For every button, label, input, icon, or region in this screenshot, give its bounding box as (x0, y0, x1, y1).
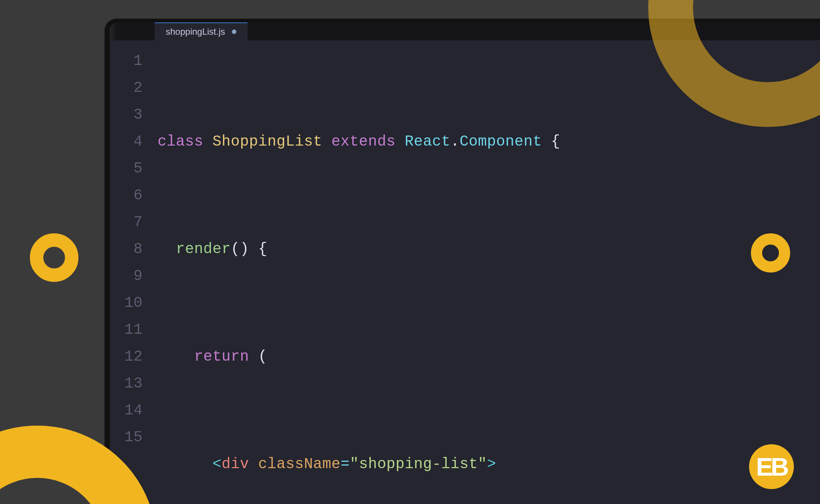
line-number: 2 (110, 75, 143, 102)
line-number: 14 (110, 397, 143, 424)
line-number: 6 (110, 182, 143, 209)
brand-logo-badge: EB (749, 444, 794, 489)
tab-bar: shoppingList.js (110, 22, 820, 40)
line-number: 3 (110, 102, 143, 128)
tab-filename: shoppingList.js (166, 27, 225, 37)
unsaved-dot-icon (232, 29, 236, 34)
line-number: 10 (110, 290, 143, 317)
line-number: 13 (110, 370, 143, 397)
code-editor[interactable]: 1 2 3 4 5 6 7 8 9 10 11 12 13 14 15 clas… (110, 40, 820, 504)
code-line: return ( (158, 343, 820, 370)
code-line: class ShoppingList extends React.Compone… (158, 128, 820, 155)
line-number: 1 (110, 48, 143, 75)
line-number: 7 (110, 209, 143, 236)
code-line: render() { (158, 236, 820, 263)
brand-logo-text: EB (756, 452, 787, 481)
tab-active[interactable]: shoppingList.js (155, 22, 248, 40)
line-number: 15 (110, 424, 143, 451)
code-area[interactable]: class ShoppingList extends React.Compone… (154, 40, 820, 504)
decor-ring-small-left (30, 233, 78, 282)
line-number: 5 (110, 155, 143, 182)
line-number: 9 (110, 263, 143, 290)
code-line: <div className="shopping-list"> (158, 451, 820, 478)
line-number: 12 (110, 343, 143, 370)
line-number: 4 (110, 128, 143, 155)
editor-window: shoppingList.js 1 2 3 4 5 6 7 8 9 10 11 … (105, 19, 820, 504)
line-number: 11 (110, 317, 143, 343)
line-number-gutter: 1 2 3 4 5 6 7 8 9 10 11 12 13 14 15 (110, 40, 154, 504)
line-number: 8 (110, 236, 143, 263)
